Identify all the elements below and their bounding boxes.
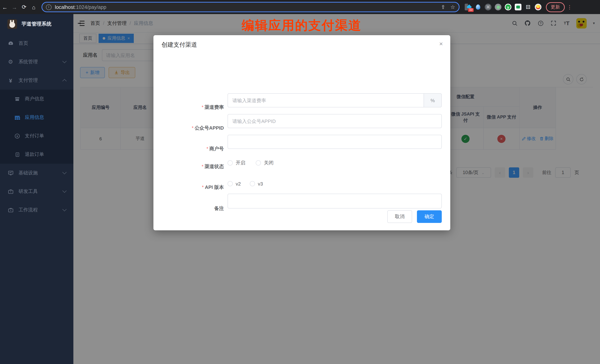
profile-emoji-icon[interactable] bbox=[535, 4, 542, 10]
chevron-down-icon bbox=[62, 207, 67, 211]
browser-toolbar: ← → ⟳ ⌂ i localhost:1024/pay/app ⇧ ☆ 10 … bbox=[0, 0, 600, 14]
extension-badge-count: 10 bbox=[468, 8, 474, 12]
confirm-button[interactable]: 确定 bbox=[417, 210, 442, 223]
browser-forward-icon[interactable]: → bbox=[10, 4, 19, 10]
url-text[interactable]: localhost:1024/pay/app bbox=[55, 4, 436, 10]
sidebar-item-label: 退款订单 bbox=[25, 151, 44, 158]
sidebar-item-label: 支付订单 bbox=[25, 133, 44, 139]
sidebar-item-label: 工作流程 bbox=[19, 207, 38, 213]
remark-input[interactable] bbox=[227, 194, 442, 209]
logo-image bbox=[7, 19, 17, 29]
sidebar-item-pay[interactable]: ¥ 支付管理 bbox=[0, 71, 73, 90]
screenshot-root: ← → ⟳ ⌂ i localhost:1024/pay/app ⇧ ☆ 10 … bbox=[0, 0, 600, 364]
app-logo-row[interactable]: 芋道管理系统 bbox=[0, 14, 73, 34]
api-v2-radio[interactable]: v2 bbox=[227, 181, 241, 186]
extension-icons: 10 ⌘ ⚄ bbox=[465, 4, 542, 10]
status-off-radio[interactable]: 关闭 bbox=[256, 160, 273, 166]
sidebar-item-pay-order[interactable]: ¥ 支付订单 bbox=[0, 127, 73, 145]
site-info-icon[interactable]: i bbox=[46, 4, 52, 10]
chrome-update-button[interactable]: 更新 bbox=[546, 2, 565, 12]
gear-icon: ⚙ bbox=[7, 59, 14, 65]
sidebar-item-label: 研发工具 bbox=[19, 188, 38, 195]
sidebar: 芋道管理系统 首页 ⚙ 系统管理 ¥ 支付管理 商户信息 应用信息 bbox=[0, 14, 73, 364]
briefcase-icon bbox=[7, 207, 14, 213]
browser-home-icon[interactable]: ⌂ bbox=[29, 4, 38, 10]
sidebar-item-dev-tools[interactable]: 研发工具 bbox=[0, 182, 73, 201]
percent-suffix: % bbox=[424, 93, 442, 107]
browser-menu-icon[interactable]: ⋮ bbox=[567, 4, 572, 10]
sidebar-item-label: 系统管理 bbox=[19, 58, 38, 65]
sidebar-item-label: 商户信息 bbox=[25, 96, 44, 102]
sidebar-item-label: 基础设施 bbox=[19, 170, 38, 176]
sidebar-item-workflow[interactable]: 工作流程 bbox=[0, 201, 73, 219]
grid-icon bbox=[14, 114, 20, 120]
browser-back-icon[interactable]: ← bbox=[0, 4, 10, 10]
field-label-api-version: *API 版本 bbox=[153, 184, 224, 191]
sidebar-item-label: 首页 bbox=[19, 40, 28, 47]
sidebar-item-label: 支付管理 bbox=[19, 77, 38, 84]
appid-input[interactable] bbox=[227, 114, 442, 128]
sidebar-item-refund-order[interactable]: 退款订单 bbox=[0, 145, 73, 164]
radio-circle-icon bbox=[256, 160, 261, 165]
sidebar-item-home[interactable]: 首页 bbox=[0, 34, 73, 53]
sidebar-item-system[interactable]: ⚙ 系统管理 bbox=[0, 53, 73, 71]
bookmark-star-icon[interactable]: ☆ bbox=[450, 4, 455, 10]
document-icon bbox=[14, 151, 20, 157]
yen-icon: ¥ bbox=[7, 77, 14, 83]
field-label-rate: *渠道费率 bbox=[153, 104, 224, 111]
briefcase-icon bbox=[7, 188, 14, 195]
api-v3-radio[interactable]: v3 bbox=[250, 181, 263, 186]
address-bar[interactable]: i localhost:1024/pay/app ⇧ ☆ bbox=[41, 2, 459, 12]
sidebar-submenu-pay: 商户信息 应用信息 ¥ 支付订单 退款订单 bbox=[0, 90, 73, 164]
merchant-id-input[interactable] bbox=[227, 135, 442, 149]
svg-text:¥: ¥ bbox=[16, 134, 18, 137]
chevron-down-icon bbox=[62, 189, 67, 193]
share-icon[interactable]: ⇧ bbox=[441, 4, 445, 10]
extension-command-icon[interactable]: ⌘ bbox=[485, 4, 491, 10]
extension-badge-icon[interactable]: 10 bbox=[465, 4, 471, 10]
dashboard-icon bbox=[7, 40, 14, 46]
rate-input[interactable] bbox=[227, 93, 424, 107]
radio-circle-icon bbox=[227, 160, 233, 165]
sidebar-item-app-info[interactable]: 应用信息 bbox=[0, 108, 73, 127]
chevron-down-icon bbox=[62, 59, 67, 63]
app-title: 芋道管理系统 bbox=[21, 21, 52, 27]
shop-icon bbox=[14, 96, 20, 102]
chevron-down-icon bbox=[62, 170, 67, 174]
extensions-puzzle-icon[interactable]: ⚄ bbox=[525, 4, 531, 10]
coin-yen-icon: ¥ bbox=[14, 133, 20, 139]
sidebar-item-label: 应用信息 bbox=[25, 114, 44, 121]
field-label-status: *渠道状态 bbox=[153, 163, 224, 170]
dialog-footer: 取消 确定 bbox=[387, 210, 442, 223]
browser-reload-icon[interactable]: ⟳ bbox=[19, 4, 29, 10]
monitor-chart-icon bbox=[7, 170, 14, 176]
status-on-radio[interactable]: 开启 bbox=[227, 160, 245, 166]
extension-y-icon[interactable] bbox=[505, 4, 511, 10]
radio-circle-icon bbox=[250, 181, 255, 186]
sidebar-item-infra[interactable]: 基础设施 bbox=[0, 164, 73, 182]
chevron-up-icon bbox=[62, 79, 67, 83]
sidebar-item-merchant[interactable]: 商户信息 bbox=[0, 90, 73, 108]
create-pay-channel-dialog: 创建支付渠道 × *渠道费率 % *公众号APPID *商户号 *渠道状态 开启… bbox=[153, 35, 450, 230]
field-label-appid: *公众号APPID bbox=[153, 125, 224, 131]
extension-dot-icon[interactable] bbox=[495, 4, 501, 10]
extension-chat-icon[interactable] bbox=[515, 4, 521, 10]
dialog-title: 创建支付渠道 bbox=[162, 41, 197, 49]
annotation-title: 编辑应用的支付渠道 bbox=[242, 17, 362, 34]
radio-circle-icon bbox=[227, 181, 233, 186]
field-label-remark: 备注 bbox=[153, 205, 224, 212]
dialog-close-icon[interactable]: × bbox=[439, 40, 443, 48]
extension-balloon-icon[interactable] bbox=[475, 4, 481, 10]
cancel-button[interactable]: 取消 bbox=[387, 210, 412, 223]
field-label-mchid: *商户号 bbox=[153, 146, 224, 152]
